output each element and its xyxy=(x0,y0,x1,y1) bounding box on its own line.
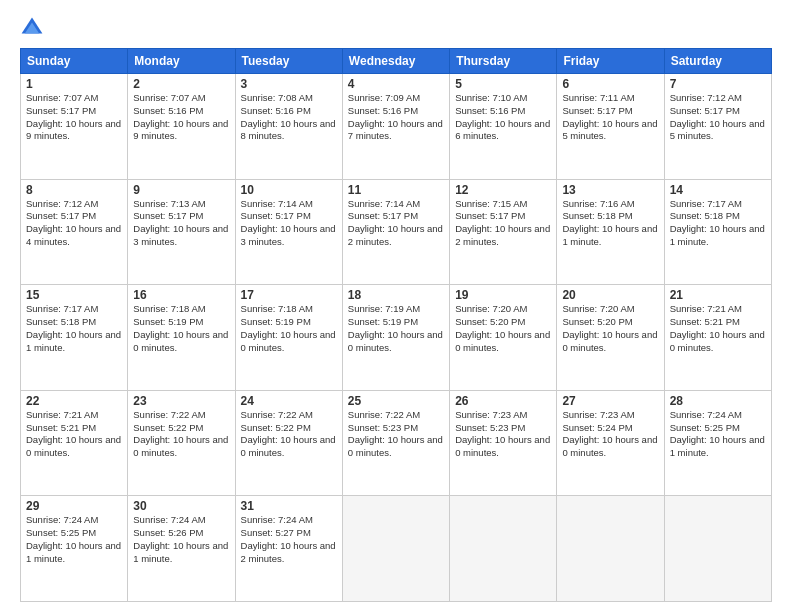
calendar-cell: 9Sunrise: 7:13 AMSunset: 5:17 PMDaylight… xyxy=(128,179,235,285)
calendar-cell: 23Sunrise: 7:22 AMSunset: 5:22 PMDayligh… xyxy=(128,390,235,496)
day-info: Sunrise: 7:23 AMSunset: 5:24 PMDaylight:… xyxy=(562,409,657,458)
day-number: 24 xyxy=(241,394,337,408)
day-number: 11 xyxy=(348,183,444,197)
calendar-header-row: SundayMondayTuesdayWednesdayThursdayFrid… xyxy=(21,49,772,74)
day-info: Sunrise: 7:22 AMSunset: 5:23 PMDaylight:… xyxy=(348,409,443,458)
day-info: Sunrise: 7:19 AMSunset: 5:19 PMDaylight:… xyxy=(348,303,443,352)
day-info: Sunrise: 7:24 AMSunset: 5:27 PMDaylight:… xyxy=(241,514,336,563)
calendar-cell: 27Sunrise: 7:23 AMSunset: 5:24 PMDayligh… xyxy=(557,390,664,496)
day-info: Sunrise: 7:07 AMSunset: 5:16 PMDaylight:… xyxy=(133,92,228,141)
day-info: Sunrise: 7:17 AMSunset: 5:18 PMDaylight:… xyxy=(670,198,765,247)
calendar-page: SundayMondayTuesdayWednesdayThursdayFrid… xyxy=(0,0,792,612)
calendar-cell: 26Sunrise: 7:23 AMSunset: 5:23 PMDayligh… xyxy=(450,390,557,496)
day-number: 14 xyxy=(670,183,766,197)
day-number: 6 xyxy=(562,77,658,91)
day-info: Sunrise: 7:18 AMSunset: 5:19 PMDaylight:… xyxy=(133,303,228,352)
day-number: 9 xyxy=(133,183,229,197)
calendar-cell: 13Sunrise: 7:16 AMSunset: 5:18 PMDayligh… xyxy=(557,179,664,285)
day-info: Sunrise: 7:15 AMSunset: 5:17 PMDaylight:… xyxy=(455,198,550,247)
calendar-header-wednesday: Wednesday xyxy=(342,49,449,74)
day-number: 29 xyxy=(26,499,122,513)
day-number: 2 xyxy=(133,77,229,91)
day-info: Sunrise: 7:07 AMSunset: 5:17 PMDaylight:… xyxy=(26,92,121,141)
day-number: 15 xyxy=(26,288,122,302)
calendar-week-4: 22Sunrise: 7:21 AMSunset: 5:21 PMDayligh… xyxy=(21,390,772,496)
calendar-cell: 19Sunrise: 7:20 AMSunset: 5:20 PMDayligh… xyxy=(450,285,557,391)
calendar-header-friday: Friday xyxy=(557,49,664,74)
calendar-cell: 7Sunrise: 7:12 AMSunset: 5:17 PMDaylight… xyxy=(664,74,771,180)
calendar-cell: 8Sunrise: 7:12 AMSunset: 5:17 PMDaylight… xyxy=(21,179,128,285)
calendar-cell: 2Sunrise: 7:07 AMSunset: 5:16 PMDaylight… xyxy=(128,74,235,180)
day-info: Sunrise: 7:16 AMSunset: 5:18 PMDaylight:… xyxy=(562,198,657,247)
calendar-cell: 17Sunrise: 7:18 AMSunset: 5:19 PMDayligh… xyxy=(235,285,342,391)
day-number: 12 xyxy=(455,183,551,197)
day-info: Sunrise: 7:14 AMSunset: 5:17 PMDaylight:… xyxy=(241,198,336,247)
calendar-cell: 1Sunrise: 7:07 AMSunset: 5:17 PMDaylight… xyxy=(21,74,128,180)
calendar-cell: 14Sunrise: 7:17 AMSunset: 5:18 PMDayligh… xyxy=(664,179,771,285)
day-number: 23 xyxy=(133,394,229,408)
day-info: Sunrise: 7:10 AMSunset: 5:16 PMDaylight:… xyxy=(455,92,550,141)
day-info: Sunrise: 7:17 AMSunset: 5:18 PMDaylight:… xyxy=(26,303,121,352)
calendar-cell: 21Sunrise: 7:21 AMSunset: 5:21 PMDayligh… xyxy=(664,285,771,391)
calendar-cell: 30Sunrise: 7:24 AMSunset: 5:26 PMDayligh… xyxy=(128,496,235,602)
calendar-cell: 22Sunrise: 7:21 AMSunset: 5:21 PMDayligh… xyxy=(21,390,128,496)
logo xyxy=(20,16,48,40)
calendar-cell: 3Sunrise: 7:08 AMSunset: 5:16 PMDaylight… xyxy=(235,74,342,180)
logo-icon xyxy=(20,16,44,40)
day-number: 1 xyxy=(26,77,122,91)
day-info: Sunrise: 7:22 AMSunset: 5:22 PMDaylight:… xyxy=(133,409,228,458)
day-number: 8 xyxy=(26,183,122,197)
day-number: 28 xyxy=(670,394,766,408)
day-info: Sunrise: 7:22 AMSunset: 5:22 PMDaylight:… xyxy=(241,409,336,458)
day-number: 27 xyxy=(562,394,658,408)
calendar-cell: 31Sunrise: 7:24 AMSunset: 5:27 PMDayligh… xyxy=(235,496,342,602)
day-number: 17 xyxy=(241,288,337,302)
calendar-header-tuesday: Tuesday xyxy=(235,49,342,74)
day-number: 25 xyxy=(348,394,444,408)
day-number: 22 xyxy=(26,394,122,408)
day-info: Sunrise: 7:12 AMSunset: 5:17 PMDaylight:… xyxy=(670,92,765,141)
header xyxy=(20,16,772,40)
calendar-cell xyxy=(557,496,664,602)
day-number: 30 xyxy=(133,499,229,513)
day-number: 3 xyxy=(241,77,337,91)
day-number: 5 xyxy=(455,77,551,91)
calendar-header-sunday: Sunday xyxy=(21,49,128,74)
day-info: Sunrise: 7:08 AMSunset: 5:16 PMDaylight:… xyxy=(241,92,336,141)
day-number: 13 xyxy=(562,183,658,197)
day-number: 31 xyxy=(241,499,337,513)
day-number: 21 xyxy=(670,288,766,302)
day-info: Sunrise: 7:11 AMSunset: 5:17 PMDaylight:… xyxy=(562,92,657,141)
calendar-cell: 15Sunrise: 7:17 AMSunset: 5:18 PMDayligh… xyxy=(21,285,128,391)
calendar-cell: 4Sunrise: 7:09 AMSunset: 5:16 PMDaylight… xyxy=(342,74,449,180)
calendar-cell: 16Sunrise: 7:18 AMSunset: 5:19 PMDayligh… xyxy=(128,285,235,391)
day-number: 16 xyxy=(133,288,229,302)
day-number: 7 xyxy=(670,77,766,91)
calendar-cell xyxy=(664,496,771,602)
calendar-cell: 11Sunrise: 7:14 AMSunset: 5:17 PMDayligh… xyxy=(342,179,449,285)
calendar-cell: 6Sunrise: 7:11 AMSunset: 5:17 PMDaylight… xyxy=(557,74,664,180)
calendar-cell: 28Sunrise: 7:24 AMSunset: 5:25 PMDayligh… xyxy=(664,390,771,496)
day-number: 26 xyxy=(455,394,551,408)
day-info: Sunrise: 7:21 AMSunset: 5:21 PMDaylight:… xyxy=(670,303,765,352)
calendar-week-2: 8Sunrise: 7:12 AMSunset: 5:17 PMDaylight… xyxy=(21,179,772,285)
calendar-cell xyxy=(342,496,449,602)
calendar-cell: 20Sunrise: 7:20 AMSunset: 5:20 PMDayligh… xyxy=(557,285,664,391)
calendar-week-1: 1Sunrise: 7:07 AMSunset: 5:17 PMDaylight… xyxy=(21,74,772,180)
day-number: 10 xyxy=(241,183,337,197)
day-info: Sunrise: 7:24 AMSunset: 5:26 PMDaylight:… xyxy=(133,514,228,563)
calendar-week-3: 15Sunrise: 7:17 AMSunset: 5:18 PMDayligh… xyxy=(21,285,772,391)
day-info: Sunrise: 7:23 AMSunset: 5:23 PMDaylight:… xyxy=(455,409,550,458)
day-info: Sunrise: 7:09 AMSunset: 5:16 PMDaylight:… xyxy=(348,92,443,141)
calendar-header-saturday: Saturday xyxy=(664,49,771,74)
day-info: Sunrise: 7:12 AMSunset: 5:17 PMDaylight:… xyxy=(26,198,121,247)
day-number: 19 xyxy=(455,288,551,302)
day-info: Sunrise: 7:24 AMSunset: 5:25 PMDaylight:… xyxy=(26,514,121,563)
calendar-table: SundayMondayTuesdayWednesdayThursdayFrid… xyxy=(20,48,772,602)
day-number: 20 xyxy=(562,288,658,302)
day-info: Sunrise: 7:24 AMSunset: 5:25 PMDaylight:… xyxy=(670,409,765,458)
day-info: Sunrise: 7:13 AMSunset: 5:17 PMDaylight:… xyxy=(133,198,228,247)
day-info: Sunrise: 7:20 AMSunset: 5:20 PMDaylight:… xyxy=(455,303,550,352)
calendar-week-5: 29Sunrise: 7:24 AMSunset: 5:25 PMDayligh… xyxy=(21,496,772,602)
day-info: Sunrise: 7:14 AMSunset: 5:17 PMDaylight:… xyxy=(348,198,443,247)
